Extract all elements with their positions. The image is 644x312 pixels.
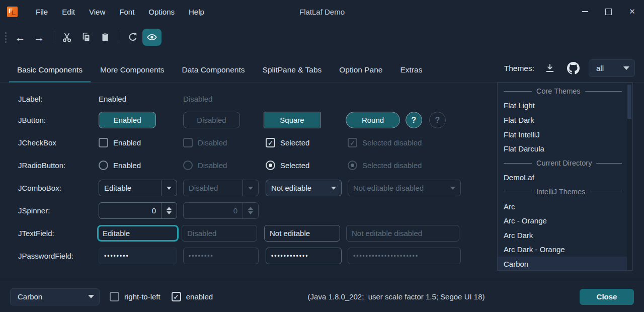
radio-selected-disabled: [348, 161, 357, 170]
radio-enabled-label: Enabled: [113, 161, 141, 170]
menu-font[interactable]: Font: [112, 6, 141, 18]
checkbox-selected[interactable]: ✓: [266, 138, 275, 147]
tab-option-pane[interactable]: Option Pane: [331, 65, 390, 83]
theme-item-demolaf[interactable]: DemoLaf: [498, 171, 627, 185]
theme-filter-combobox[interactable]: all: [589, 59, 635, 77]
main-content: JLabel: Enabled Disabled JButton: Enable…: [0, 83, 644, 281]
enabled-button[interactable]: Enabled: [99, 112, 156, 128]
paste-icon: [100, 32, 111, 43]
checkbox-selected-disabled: ✓: [348, 138, 357, 147]
passwordfield-editable[interactable]: ••••••••: [99, 248, 177, 264]
theme-item-carbon[interactable]: Carbon: [498, 257, 627, 271]
forward-button[interactable]: →: [30, 29, 49, 46]
theme-item-flat-dark[interactable]: Flat Dark: [498, 113, 627, 127]
chevron-down-icon: [248, 187, 253, 190]
refresh-button[interactable]: [123, 29, 142, 46]
jradiobutton-row-label: JRadioButton:: [18, 161, 99, 170]
spinner-up-icon[interactable]: [167, 207, 172, 210]
show-hidden-toggle-button[interactable]: [142, 29, 162, 46]
theme-item-flat-darcula[interactable]: Flat Darcula: [498, 141, 627, 156]
close-dialog-button[interactable]: Close: [580, 289, 634, 305]
theme-item-arc-dark[interactable]: Arc Dark: [498, 228, 627, 243]
menu-options[interactable]: Options: [141, 6, 182, 18]
spinner-enabled-value[interactable]: 0: [99, 206, 161, 215]
maximize-button[interactable]: [597, 0, 620, 23]
chevron-down-icon: [450, 187, 455, 190]
github-button[interactable]: [566, 61, 581, 76]
back-button[interactable]: ←: [11, 29, 30, 46]
jcheckbox-row: JCheckBox Enabled Disabled ✓ Selected ✓ …: [18, 131, 497, 154]
window-controls: ✕: [573, 0, 644, 23]
menu-edit[interactable]: Edit: [55, 6, 82, 18]
combobox-editable[interactable]: Editable: [99, 180, 177, 196]
textfield-not-editable[interactable]: Not editable: [264, 225, 340, 242]
textfield-disabled: Disabled: [182, 225, 257, 242]
combobox-disabled: Disabled: [183, 180, 259, 196]
spinner-arrows[interactable]: [161, 203, 177, 218]
close-button[interactable]: ✕: [620, 0, 644, 23]
checkbox-enabled[interactable]: [99, 138, 108, 147]
jlabel-disabled: Disabled: [183, 95, 212, 103]
jtextfield-row-label: JTextField:: [18, 229, 99, 238]
paste-button[interactable]: [96, 29, 115, 46]
theme-separator-current-directory: Current Directory: [498, 156, 627, 171]
tab-basic-components[interactable]: Basic Components: [9, 65, 91, 83]
app-logo-icon: F L: [7, 7, 18, 17]
radio-disabled: [183, 161, 193, 170]
checkbox-selected-label: Selected: [280, 138, 309, 147]
tab-data-components[interactable]: Data Components: [174, 65, 253, 83]
toolbar-grip[interactable]: [5, 32, 7, 43]
theme-combobox-value: Carbon: [11, 292, 88, 301]
spinner-disabled: 0: [183, 202, 259, 219]
system-info-text: (Java 1.8.0_202; user scale factor 1.5; …: [213, 292, 580, 301]
app-window: F L File Edit View Font Options Help Fla…: [0, 0, 644, 312]
enabled-label: enabled: [186, 292, 213, 301]
minimize-button[interactable]: [573, 0, 597, 23]
radio-selected-disabled-label: Selected disabled: [362, 161, 422, 170]
copy-button[interactable]: [76, 29, 96, 46]
titlebar: F L File Edit View Font Options Help Fla…: [0, 0, 644, 23]
themes-scrollbar[interactable]: [627, 84, 632, 270]
textfield-editable[interactable]: Editable: [97, 225, 179, 242]
spinner-down-icon[interactable]: [167, 211, 172, 214]
spinner-enabled[interactable]: 0: [99, 202, 177, 219]
radio-enabled[interactable]: [99, 161, 108, 170]
theme-item-arc-dark-orange[interactable]: Arc Dark - Orange: [498, 243, 627, 257]
menu-file[interactable]: File: [29, 6, 55, 18]
checkbox-disabled: [183, 138, 193, 147]
menu-view[interactable]: View: [82, 6, 112, 18]
combobox-not-editable[interactable]: Not editable: [266, 180, 342, 196]
theme-item-flat-intellij[interactable]: Flat IntelliJ: [498, 127, 627, 142]
download-theme-button[interactable]: [542, 61, 557, 76]
right-to-left-checkbox[interactable]: [110, 292, 119, 301]
themes-list: Core Themes Flat Light Flat Dark Flat In…: [497, 83, 633, 271]
radio-dot-icon: [351, 164, 354, 167]
theme-item-flat-light[interactable]: Flat Light: [498, 99, 627, 113]
menu-help[interactable]: Help: [182, 6, 211, 18]
help-button[interactable]: ?: [406, 112, 422, 128]
spinner-disabled-value: 0: [184, 206, 243, 215]
radio-selected[interactable]: [266, 161, 275, 170]
jbutton-row-label: JButton:: [18, 116, 99, 124]
toolbar: ← →: [0, 23, 644, 51]
round-button[interactable]: Round: [346, 112, 400, 128]
tab-extras[interactable]: Extras: [392, 65, 431, 83]
theme-combobox[interactable]: Carbon: [10, 288, 100, 305]
cut-button[interactable]: [57, 29, 76, 46]
theme-item-arc-orange[interactable]: Arc - Orange: [498, 213, 627, 228]
themes-scrollbar-thumb[interactable]: [627, 85, 631, 119]
tab-splitpane-tabs[interactable]: SplitPane & Tabs: [255, 65, 330, 83]
tab-more-components[interactable]: More Components: [92, 65, 173, 83]
check-icon: ✓: [173, 293, 179, 300]
scissors-icon: [61, 32, 72, 43]
enabled-checkbox[interactable]: ✓: [172, 292, 181, 301]
copy-icon: [80, 32, 92, 43]
passwordfield-not-editable[interactable]: ••••••••••••: [266, 248, 342, 264]
enabled-checkbox-group: ✓ enabled: [172, 292, 213, 301]
jradiobutton-row: JRadioButton: Enabled Disabled Selected …: [18, 154, 497, 177]
spinner-up-icon: [248, 207, 253, 210]
combobox-editable-value[interactable]: Editable: [99, 184, 161, 192]
theme-item-arc[interactable]: Arc: [498, 199, 627, 214]
square-button[interactable]: Square: [264, 112, 320, 128]
jcheckbox-row-label: JCheckBox: [18, 138, 99, 147]
